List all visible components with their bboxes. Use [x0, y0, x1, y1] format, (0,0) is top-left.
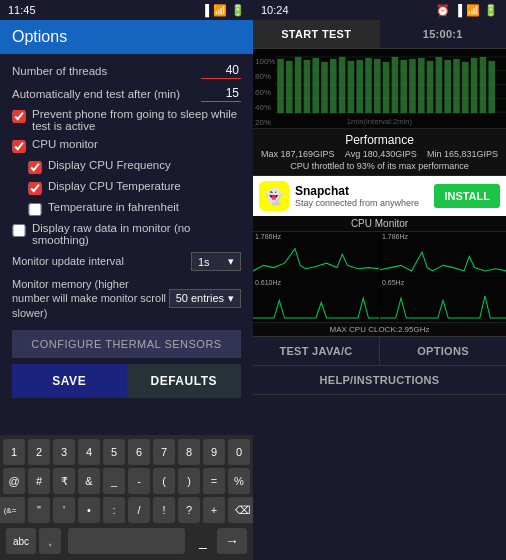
perf-stats: Max 187,169GIPS Avg 180,430GIPS Min 165,…: [261, 149, 498, 159]
svg-rect-8: [295, 57, 302, 113]
key-underscore[interactable]: _: [103, 468, 125, 494]
bottom-buttons: SAVE DEFAULTS: [12, 364, 241, 398]
key-4[interactable]: 4: [78, 439, 100, 465]
key-8[interactable]: 8: [178, 439, 200, 465]
svg-rect-18: [383, 62, 390, 113]
checkbox-cpu-monitor[interactable]: CPU monitor: [12, 138, 241, 153]
ad-banner: 👻 Snapchat Stay connected from anywhere …: [253, 176, 506, 216]
checkbox-sleep-input[interactable]: [12, 110, 26, 123]
cpu-cell-0-label: 1.786Hz: [255, 233, 281, 240]
keyboard-row-symbols: @ # ₹ & _ - ( ) = %: [2, 468, 251, 494]
tab-start-test[interactable]: START TEST: [253, 20, 380, 48]
key-lparen[interactable]: (: [153, 468, 175, 494]
svg-rect-27: [462, 62, 469, 113]
tab-test-java[interactable]: TEST JAVA/C: [253, 337, 380, 365]
key-9[interactable]: 9: [203, 439, 225, 465]
svg-text:1min(interval:2min): 1min(interval:2min): [347, 117, 412, 126]
bottom-tabs: TEST JAVA/C OPTIONS: [253, 336, 506, 366]
cpu-cell-1-label: 1.786Hz: [382, 233, 408, 240]
checkbox-raw-data[interactable]: Display raw data in monitor (no smoothin…: [12, 222, 241, 246]
key-question[interactable]: ?: [178, 497, 200, 523]
top-tabs: START TEST 15:00:1: [253, 20, 506, 49]
key-bullet[interactable]: •: [78, 497, 100, 523]
ad-name: Snapchat: [295, 184, 428, 198]
key-6[interactable]: 6: [128, 439, 150, 465]
key-amp[interactable]: &: [78, 468, 100, 494]
cpu-cell-2-label: 0.610Hz: [255, 279, 281, 286]
key-plus[interactable]: +: [203, 497, 225, 523]
monitor-memory-select[interactable]: 50 entries ▾: [169, 289, 241, 308]
key-enter[interactable]: →: [217, 528, 247, 554]
chevron-down-icon: ▾: [228, 255, 234, 268]
svg-rect-23: [427, 61, 434, 113]
monitor-memory-label: Monitor memory (higher number will make …: [12, 277, 169, 320]
performance-graph: 100% 80% 60% 40% 20%: [253, 49, 506, 129]
key-comma[interactable]: ,: [39, 528, 61, 554]
key-5[interactable]: 5: [103, 439, 125, 465]
right-status-icons: ⏰ ▐ 📶 🔋: [436, 4, 498, 17]
key-hash[interactable]: #: [28, 468, 50, 494]
monitor-interval-select[interactable]: 1s ▾: [191, 252, 241, 271]
left-time: 11:45: [8, 4, 36, 16]
key-rupee[interactable]: ₹: [53, 468, 75, 494]
checkbox-fahrenheit-input[interactable]: [28, 203, 42, 216]
threads-label: Number of threads: [12, 65, 201, 77]
key-percent[interactable]: %: [228, 468, 250, 494]
key-1[interactable]: 1: [3, 439, 25, 465]
ad-tagline: Stay connected from anywhere: [295, 198, 428, 208]
key-7[interactable]: 7: [153, 439, 175, 465]
checkbox-cpu-freq-label: Display CPU Frequency: [48, 159, 171, 171]
threads-input[interactable]: [201, 62, 241, 79]
svg-rect-19: [392, 57, 399, 113]
sim-icon: ▐: [201, 4, 209, 16]
key-apostrophe[interactable]: ': [53, 497, 75, 523]
tab-help[interactable]: HELP/INSTRUCTIONS: [253, 366, 506, 395]
checkbox-cpu-freq[interactable]: Display CPU Frequency: [12, 159, 241, 174]
monitor-interval-row: Monitor update interval 1s ▾: [12, 252, 241, 271]
ad-install-button[interactable]: INSTALL: [434, 184, 500, 208]
key-rparen[interactable]: ): [178, 468, 200, 494]
save-button[interactable]: SAVE: [12, 364, 127, 398]
checkbox-cpu-temp-input[interactable]: [28, 182, 42, 195]
svg-rect-28: [471, 58, 478, 113]
configure-thermal-button[interactable]: CONFIGURE THERMAL SENSORS: [12, 330, 241, 358]
key-slash[interactable]: /: [128, 497, 150, 523]
key-0[interactable]: 0: [228, 439, 250, 465]
key-minus[interactable]: -: [128, 468, 150, 494]
left-panel: 11:45 ▐ 📶 🔋 Options Number of threads Au…: [0, 0, 253, 560]
key-equals[interactable]: =: [203, 468, 225, 494]
monitor-memory-row: Monitor memory (higher number will make …: [12, 277, 241, 320]
auto-end-row: Automatically end test after (min): [12, 85, 241, 102]
checkbox-cpu-temp[interactable]: Display CPU Temperature: [12, 180, 241, 195]
perf-avg: Avg 180,430GIPS: [345, 149, 417, 159]
ad-logo: 👻: [259, 181, 289, 211]
checkbox-sleep[interactable]: Prevent phone from going to sleep while …: [12, 108, 241, 132]
alarm-icon: ⏰: [436, 4, 450, 17]
defaults-button[interactable]: DEFAULTS: [127, 364, 242, 398]
threads-row: Number of threads: [12, 62, 241, 79]
spacebar[interactable]: [68, 528, 185, 554]
key-at[interactable]: @: [3, 468, 25, 494]
perf-max: Max 187,169GIPS: [261, 149, 335, 159]
checkbox-raw-data-input[interactable]: [12, 224, 26, 237]
graph-svg: 1min(interval:2min): [253, 49, 506, 128]
checkbox-cpu-monitor-input[interactable]: [12, 140, 26, 153]
checkbox-cpu-freq-input[interactable]: [28, 161, 42, 174]
key-symbols-toggle[interactable]: (&=: [0, 497, 25, 523]
right-spacer: [253, 395, 506, 560]
key-quote[interactable]: ": [28, 497, 50, 523]
cpu-cell-0: 1.786Hz: [253, 232, 379, 277]
key-abc[interactable]: abc: [6, 528, 36, 554]
cpu-cell-2: 0.610Hz: [253, 278, 379, 323]
checkbox-fahrenheit-label: Temperature in fahrenheit: [48, 201, 179, 213]
auto-end-input[interactable]: [201, 85, 241, 102]
key-3[interactable]: 3: [53, 439, 75, 465]
svg-rect-6: [277, 59, 284, 113]
key-2[interactable]: 2: [28, 439, 50, 465]
tab-options[interactable]: OPTIONS: [380, 337, 506, 365]
key-exclaim[interactable]: !: [153, 497, 175, 523]
checkbox-fahrenheit[interactable]: Temperature in fahrenheit: [12, 201, 241, 216]
key-colon[interactable]: :: [103, 497, 125, 523]
cpu-cell-3: 0.65Hz: [380, 278, 506, 323]
svg-rect-14: [348, 61, 355, 113]
